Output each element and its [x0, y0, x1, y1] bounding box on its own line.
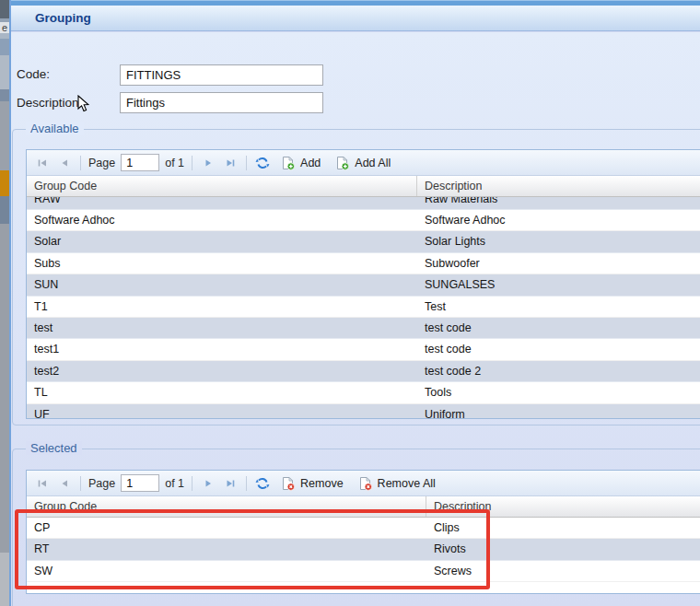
- column-header-group-code[interactable]: Group Code: [27, 496, 426, 517]
- toolbar-separator: [246, 476, 247, 491]
- table-row[interactable]: test2 test code 2: [27, 361, 700, 382]
- last-page-icon: [224, 477, 237, 490]
- background-band-orange: [0, 170, 9, 196]
- table-row[interactable]: T1 Test: [27, 297, 700, 318]
- group-code-cell: RT: [27, 539, 426, 559]
- column-header-group-code[interactable]: Group Code: [27, 176, 417, 196]
- last-page-button[interactable]: [222, 155, 239, 171]
- table-row[interactable]: test test code: [27, 318, 700, 339]
- toolbar-separator: [192, 476, 192, 491]
- add-all-button[interactable]: Add All: [331, 154, 395, 172]
- group-code-cell: SUN: [27, 274, 417, 295]
- table-row-partially-scrolled[interactable]: RAW Raw Materials: [27, 197, 700, 210]
- available-paging-toolbar: Page of 1 Add Add All: [27, 150, 700, 176]
- table-row[interactable]: CP Clips: [27, 518, 700, 539]
- remove-all-button[interactable]: Remove All: [354, 474, 440, 493]
- first-page-button[interactable]: [34, 475, 51, 492]
- group-code-cell: Subs: [27, 253, 417, 274]
- dialog-title: Grouping: [35, 11, 91, 25]
- table-row[interactable]: TL Tools: [27, 382, 700, 403]
- last-page-icon: [224, 157, 237, 169]
- table-row[interactable]: test1 test code: [27, 339, 700, 360]
- background-partial-text: e: [0, 22, 9, 33]
- last-page-button[interactable]: [222, 475, 239, 492]
- page-count-label: of 1: [165, 477, 184, 490]
- description-cell: Rivots: [426, 539, 700, 559]
- page-label: Page: [88, 157, 115, 169]
- description-cell: Clips: [426, 518, 700, 538]
- description-cell: test code: [417, 318, 700, 338]
- first-page-button[interactable]: [34, 155, 51, 171]
- previous-page-button[interactable]: [56, 475, 73, 492]
- description-cell: Tools: [417, 382, 700, 402]
- description-cell: Subwoofer: [417, 253, 700, 274]
- background-band: [0, 0, 9, 18]
- selected-grid: Page of 1 Remove Remove All Group Code D…: [26, 470, 700, 594]
- description-cell: test code: [417, 339, 700, 359]
- refresh-button[interactable]: [254, 155, 271, 171]
- add-button[interactable]: Add: [276, 154, 325, 172]
- group-code-cell: SW: [27, 561, 426, 581]
- next-page-button[interactable]: [200, 155, 216, 171]
- available-rows: Software Adhoc Software Adhoc Solar Sola…: [27, 210, 700, 419]
- next-page-icon: [202, 477, 215, 490]
- description-cell: Screws: [426, 561, 700, 581]
- group-code-cell: Solar: [27, 231, 417, 251]
- table-row[interactable]: RT Rivots: [27, 539, 700, 560]
- group-code-cell: test2: [27, 361, 417, 381]
- code-label: Code:: [17, 67, 50, 81]
- table-row[interactable]: UF Uniform: [27, 404, 700, 419]
- group-code-cell: Software Adhoc: [27, 210, 417, 230]
- page-label: Page: [88, 477, 115, 490]
- previous-page-button[interactable]: [56, 155, 73, 171]
- document-add-icon: [281, 156, 296, 170]
- page-number-input[interactable]: [121, 474, 159, 492]
- background-band: [0, 101, 9, 170]
- column-header-description[interactable]: Description: [426, 496, 700, 517]
- previous-page-icon: [58, 157, 71, 169]
- selected-grid-body: CP Clips RT Rivots SW Screws: [27, 518, 700, 582]
- group-code-cell: UF: [27, 404, 417, 419]
- first-page-icon: [36, 477, 49, 490]
- table-row[interactable]: SW Screws: [27, 561, 700, 582]
- table-row[interactable]: Solar Solar Lights: [27, 231, 700, 252]
- table-row[interactable]: Software Adhoc Software Adhoc: [27, 210, 700, 231]
- toolbar-separator: [246, 156, 247, 170]
- group-code-cell: TL: [27, 382, 417, 402]
- selected-column-headers: Group Code Description: [27, 496, 700, 518]
- description-cell: test code 2: [417, 361, 700, 381]
- description-cell: Solar Lights: [417, 231, 700, 251]
- document-add-icon: [335, 156, 350, 170]
- refresh-icon: [255, 156, 270, 170]
- available-legend: Available: [26, 122, 84, 135]
- background-band: [0, 39, 9, 55]
- next-page-icon: [202, 157, 215, 169]
- column-header-description[interactable]: Description: [417, 176, 700, 196]
- selected-paging-toolbar: Page of 1 Remove Remove All: [27, 471, 700, 496]
- remove-button[interactable]: Remove: [276, 474, 348, 493]
- table-row[interactable]: SUN SUNGALSES: [27, 274, 700, 296]
- remove-button-label: Remove: [300, 477, 344, 490]
- refresh-icon: [255, 476, 270, 491]
- selected-legend: Selected: [26, 441, 82, 455]
- refresh-button[interactable]: [254, 475, 271, 492]
- previous-page-icon: [58, 477, 71, 490]
- available-column-headers: Group Code Description: [27, 176, 700, 197]
- background-band: [0, 224, 9, 553]
- group-code-cell: test1: [27, 339, 417, 359]
- toolbar-separator: [80, 156, 81, 170]
- background-window-strip: e: [0, 0, 9, 606]
- table-row[interactable]: Subs Subwoofer: [27, 253, 700, 274]
- next-page-button[interactable]: [200, 475, 216, 492]
- dialog-titlebar[interactable]: Grouping: [11, 6, 700, 31]
- background-band: [0, 553, 9, 606]
- document-remove-icon: [281, 476, 296, 491]
- add-all-button-label: Add All: [355, 157, 391, 169]
- background-band: [0, 196, 9, 224]
- description-input[interactable]: [120, 92, 323, 113]
- description-cell: Uniform: [417, 404, 700, 419]
- page-number-input[interactable]: [121, 154, 159, 171]
- code-input[interactable]: [120, 64, 323, 86]
- group-code-cell: T1: [27, 297, 417, 317]
- available-grid: Page of 1 Add Add All Group Code Descrip…: [26, 149, 700, 419]
